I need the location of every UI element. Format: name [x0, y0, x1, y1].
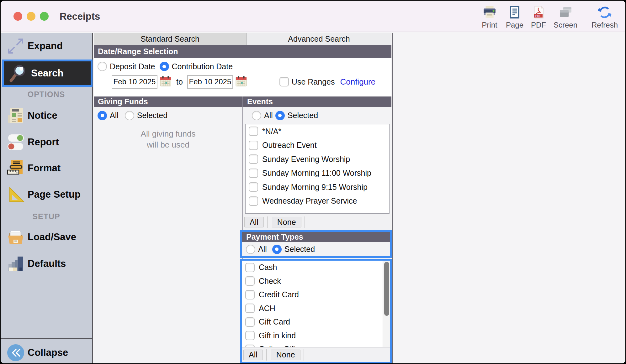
events-list-item[interactable]: Outreach Event — [246, 138, 389, 153]
screen-icon — [550, 5, 581, 20]
payment-types-footer: All None — [242, 347, 390, 362]
sidebar-divider — [1, 338, 92, 339]
payment-list-scrollbar[interactable] — [383, 261, 390, 347]
payment-type-item[interactable]: Gift in kind — [242, 329, 390, 343]
contribution-date-radio[interactable] — [160, 62, 169, 71]
events-all-radio[interactable] — [252, 111, 261, 120]
sidebar-item-load-save[interactable]: Load/Save — [1, 224, 92, 250]
events-list-item[interactable]: Sunday Morning 11:00 Worship — [246, 166, 389, 180]
from-date-calendar-icon[interactable] — [160, 75, 171, 88]
screen-button[interactable]: Screen — [550, 5, 581, 29]
collapse-icon — [6, 344, 25, 361]
events-list-item[interactable]: Sunday Evening Worship — [246, 152, 389, 166]
payment-type-item[interactable]: Credit Card — [242, 288, 390, 302]
payment-type-item[interactable]: Cash — [242, 261, 390, 274]
page-setup-icon — [6, 186, 25, 203]
events-selected-radio[interactable] — [275, 111, 285, 120]
sidebar-section-setup: SETUP — [1, 212, 92, 221]
scrollbar-thumb[interactable] — [384, 262, 389, 316]
events-list-item[interactable]: *N/A* — [246, 124, 389, 138]
preview-area — [392, 33, 625, 363]
payment-type-checkbox[interactable] — [245, 317, 255, 327]
payment-all-button[interactable]: All — [243, 350, 263, 360]
giving-funds-header: Giving Funds — [94, 96, 242, 107]
to-label: to — [176, 77, 183, 86]
sidebar-item-expand[interactable]: Expand — [1, 33, 92, 59]
pdf-button[interactable]: PDF PDF — [523, 5, 554, 29]
events-all-button[interactable]: All — [244, 217, 264, 227]
events-list-item[interactable]: Wednesday Prayer Service — [246, 194, 389, 208]
tab-advanced-search[interactable]: Advanced Search — [247, 33, 391, 45]
format-icon — [6, 159, 25, 177]
event-checkbox[interactable] — [249, 141, 258, 150]
payment-types-section: Payment Types All Selected — [240, 230, 392, 258]
payment-type-checkbox[interactable] — [245, 276, 255, 286]
title-bar: Receipts Print — [1, 1, 625, 32]
deposit-date-radio[interactable] — [98, 62, 107, 71]
payment-types-header: Payment Types — [242, 232, 390, 242]
configure-link[interactable]: Configure — [340, 77, 375, 87]
minimize-window-button[interactable] — [27, 12, 35, 21]
load-save-icon — [6, 228, 25, 246]
to-date-input[interactable]: Feb 10 2025 — [187, 75, 233, 89]
events-list-item[interactable]: Sunday Morning 9:15 Worship — [246, 180, 389, 194]
payment-none-button[interactable]: None — [271, 350, 300, 360]
payment-types-all-radio[interactable] — [246, 245, 255, 254]
payment-type-checkbox[interactable] — [245, 290, 255, 299]
notice-icon — [6, 107, 25, 124]
use-ranges-checkbox[interactable] — [279, 77, 289, 86]
date-range-header: Date/Range Selection — [94, 45, 391, 58]
to-date-calendar-icon[interactable] — [236, 75, 247, 88]
event-checkbox[interactable] — [249, 127, 258, 136]
event-checkbox[interactable] — [249, 169, 258, 178]
giving-funds-note: All giving funds will be used — [94, 128, 242, 150]
traffic-lights — [13, 12, 49, 21]
sidebar-item-search[interactable]: Search — [2, 60, 93, 87]
tab-standard-search[interactable]: Standard Search — [94, 33, 247, 45]
refresh-button[interactable]: Refresh — [590, 5, 620, 29]
payment-type-checkbox[interactable] — [245, 331, 255, 340]
zoom-window-button[interactable] — [40, 12, 49, 21]
giving-funds-selected-radio[interactable] — [125, 111, 134, 120]
events-footer: All None — [243, 214, 391, 230]
sidebar-item-notice[interactable]: Notice — [1, 102, 92, 129]
event-checkbox[interactable] — [249, 154, 258, 164]
events-list: *N/A* Outreach Event Sunday Evening Wors… — [245, 124, 390, 214]
close-window-button[interactable] — [13, 12, 22, 21]
from-date-input[interactable]: Feb 10 2025 — [112, 75, 157, 89]
payment-type-checkbox[interactable] — [245, 263, 255, 272]
date-range-body: Deposit Date Contribution Date Feb 10 20… — [94, 58, 391, 96]
sidebar-item-page-setup[interactable]: Page Setup — [1, 181, 92, 208]
sidebar-item-report[interactable]: Report — [1, 129, 92, 155]
sidebar-item-format[interactable]: Format — [1, 155, 92, 181]
defaults-icon — [6, 255, 25, 273]
payment-types-list: Cash Check Credit Card ACH — [242, 261, 390, 347]
payment-type-item[interactable]: ACH — [242, 302, 390, 315]
svg-text:PDF: PDF — [535, 14, 541, 18]
events-header: Events — [243, 96, 391, 107]
search-icon — [9, 64, 28, 82]
payment-types-list-section: Cash Check Credit Card ACH — [240, 259, 392, 363]
giving-funds-panel: Giving Funds All Selected All giving fun… — [94, 96, 242, 363]
app-window: Receipts Print — [1, 1, 625, 363]
event-checkbox[interactable] — [249, 182, 258, 192]
search-panel: Standard Search Advanced Search Date/Ran… — [94, 33, 391, 363]
payment-type-item[interactable]: Gift Card — [242, 315, 390, 329]
sidebar-item-collapse[interactable]: Collapse — [1, 340, 92, 363]
report-icon — [6, 133, 25, 151]
sidebar-section-options: OPTIONS — [1, 90, 92, 99]
payment-type-checkbox[interactable] — [245, 304, 255, 313]
tab-bar: Standard Search Advanced Search — [94, 33, 391, 45]
sidebar: Expand Search OPTIONS — [1, 33, 93, 363]
refresh-icon — [590, 5, 620, 20]
payment-type-checkbox[interactable] — [245, 345, 255, 347]
event-checkbox[interactable] — [249, 196, 258, 206]
sidebar-item-defaults[interactable]: Defaults — [1, 251, 92, 277]
expand-icon — [6, 37, 25, 55]
payment-type-item[interactable]: Check — [242, 274, 390, 288]
giving-funds-all-radio[interactable] — [98, 111, 107, 120]
payment-types-selected-radio[interactable] — [272, 245, 282, 254]
payment-type-item[interactable]: Online Gift — [242, 342, 390, 347]
events-none-button[interactable]: None — [272, 217, 301, 227]
window-title: Receipts — [60, 11, 100, 22]
